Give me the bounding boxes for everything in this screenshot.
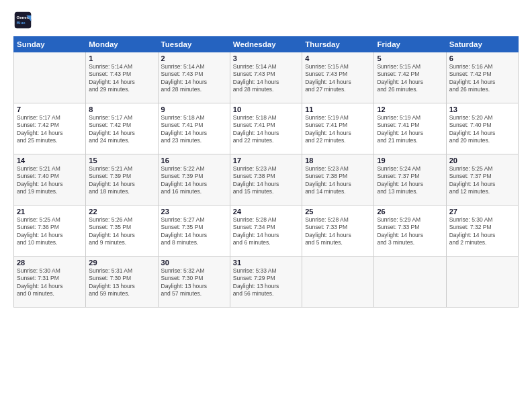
day-number: 11 bbox=[305, 105, 371, 113]
day-header-monday: Monday bbox=[86, 37, 158, 52]
day-number: 13 bbox=[449, 105, 515, 113]
calendar-cell: 29Sunrise: 5:31 AM Sunset: 7:30 PM Dayli… bbox=[86, 257, 158, 308]
cell-info: Sunrise: 5:28 AM Sunset: 7:33 PM Dayligh… bbox=[305, 216, 371, 247]
day-number: 15 bbox=[89, 156, 154, 165]
calendar-cell: 4Sunrise: 5:15 AM Sunset: 7:43 PM Daylig… bbox=[302, 52, 374, 103]
week-row-2: 14Sunrise: 5:21 AM Sunset: 7:40 PM Dayli… bbox=[14, 154, 519, 205]
calendar-cell: 11Sunrise: 5:19 AM Sunset: 7:41 PM Dayli… bbox=[302, 103, 374, 154]
cell-info: Sunrise: 5:14 AM Sunset: 7:43 PM Dayligh… bbox=[161, 63, 227, 94]
cell-info: Sunrise: 5:26 AM Sunset: 7:35 PM Dayligh… bbox=[89, 216, 154, 247]
calendar-cell: 17Sunrise: 5:23 AM Sunset: 7:38 PM Dayli… bbox=[230, 154, 302, 205]
day-number: 17 bbox=[233, 156, 299, 165]
week-row-1: 7Sunrise: 5:17 AM Sunset: 7:42 PM Daylig… bbox=[14, 103, 519, 154]
cell-info: Sunrise: 5:30 AM Sunset: 7:32 PM Dayligh… bbox=[449, 216, 515, 247]
day-header-wednesday: Wednesday bbox=[230, 37, 302, 52]
day-number: 4 bbox=[305, 54, 371, 62]
header: General Blue bbox=[13, 11, 519, 30]
cell-info: Sunrise: 5:23 AM Sunset: 7:38 PM Dayligh… bbox=[233, 165, 299, 196]
calendar-cell: 25Sunrise: 5:28 AM Sunset: 7:33 PM Dayli… bbox=[302, 205, 374, 257]
calendar-cell: 15Sunrise: 5:21 AM Sunset: 7:39 PM Dayli… bbox=[86, 154, 158, 205]
cell-info: Sunrise: 5:21 AM Sunset: 7:40 PM Dayligh… bbox=[17, 165, 83, 196]
calendar-cell: 3Sunrise: 5:14 AM Sunset: 7:43 PM Daylig… bbox=[230, 52, 302, 103]
cell-info: Sunrise: 5:15 AM Sunset: 7:43 PM Dayligh… bbox=[305, 63, 371, 94]
day-number: 20 bbox=[449, 156, 515, 165]
calendar-cell: 18Sunrise: 5:23 AM Sunset: 7:38 PM Dayli… bbox=[302, 154, 374, 205]
cell-info: Sunrise: 5:27 AM Sunset: 7:35 PM Dayligh… bbox=[161, 216, 227, 247]
calendar-cell: 13Sunrise: 5:20 AM Sunset: 7:40 PM Dayli… bbox=[446, 103, 518, 154]
calendar-cell bbox=[302, 257, 374, 308]
cell-info: Sunrise: 5:32 AM Sunset: 7:30 PM Dayligh… bbox=[161, 267, 227, 298]
cell-info: Sunrise: 5:28 AM Sunset: 7:34 PM Dayligh… bbox=[233, 216, 299, 247]
day-number: 9 bbox=[161, 105, 227, 113]
cell-info: Sunrise: 5:33 AM Sunset: 7:29 PM Dayligh… bbox=[233, 267, 299, 298]
cell-info: Sunrise: 5:14 AM Sunset: 7:43 PM Dayligh… bbox=[233, 63, 299, 94]
calendar-cell: 27Sunrise: 5:30 AM Sunset: 7:32 PM Dayli… bbox=[446, 205, 518, 257]
header-row: SundayMondayTuesdayWednesdayThursdayFrid… bbox=[14, 37, 519, 52]
day-number: 26 bbox=[377, 208, 443, 216]
calendar-cell: 24Sunrise: 5:28 AM Sunset: 7:34 PM Dayli… bbox=[230, 205, 302, 257]
day-header-sunday: Sunday bbox=[14, 37, 86, 52]
cell-info: Sunrise: 5:20 AM Sunset: 7:40 PM Dayligh… bbox=[449, 114, 515, 145]
cell-info: Sunrise: 5:14 AM Sunset: 7:43 PM Dayligh… bbox=[89, 63, 154, 94]
calendar-cell: 8Sunrise: 5:17 AM Sunset: 7:42 PM Daylig… bbox=[86, 103, 158, 154]
day-number: 8 bbox=[89, 105, 154, 113]
calendar-cell: 26Sunrise: 5:29 AM Sunset: 7:33 PM Dayli… bbox=[374, 205, 446, 257]
day-number: 12 bbox=[377, 105, 443, 113]
page: General Blue SundayMondayTuesdayWednesda… bbox=[0, 0, 532, 411]
week-row-3: 21Sunrise: 5:25 AM Sunset: 7:36 PM Dayli… bbox=[14, 205, 519, 257]
cell-info: Sunrise: 5:31 AM Sunset: 7:30 PM Dayligh… bbox=[89, 267, 154, 298]
day-number: 30 bbox=[161, 259, 227, 267]
logo: General Blue bbox=[13, 11, 32, 30]
day-header-saturday: Saturday bbox=[446, 37, 518, 52]
day-number: 7 bbox=[17, 105, 83, 113]
day-number: 24 bbox=[233, 208, 299, 216]
day-number: 6 bbox=[449, 54, 515, 62]
svg-text:Blue: Blue bbox=[16, 20, 26, 25]
calendar-cell: 12Sunrise: 5:19 AM Sunset: 7:41 PM Dayli… bbox=[374, 103, 446, 154]
day-number: 18 bbox=[305, 156, 371, 165]
day-number: 16 bbox=[161, 156, 227, 165]
day-number: 2 bbox=[161, 54, 227, 62]
day-number: 27 bbox=[449, 208, 515, 216]
calendar-cell: 22Sunrise: 5:26 AM Sunset: 7:35 PM Dayli… bbox=[86, 205, 158, 257]
day-number: 25 bbox=[305, 208, 371, 216]
cell-info: Sunrise: 5:21 AM Sunset: 7:39 PM Dayligh… bbox=[89, 165, 154, 196]
cell-info: Sunrise: 5:19 AM Sunset: 7:41 PM Dayligh… bbox=[305, 114, 371, 145]
cell-info: Sunrise: 5:19 AM Sunset: 7:41 PM Dayligh… bbox=[377, 114, 443, 145]
calendar-cell: 6Sunrise: 5:16 AM Sunset: 7:42 PM Daylig… bbox=[446, 52, 518, 103]
calendar-cell bbox=[14, 52, 86, 103]
cell-info: Sunrise: 5:17 AM Sunset: 7:42 PM Dayligh… bbox=[17, 114, 83, 145]
calendar-cell: 30Sunrise: 5:32 AM Sunset: 7:30 PM Dayli… bbox=[158, 257, 230, 308]
calendar-cell: 1Sunrise: 5:14 AM Sunset: 7:43 PM Daylig… bbox=[86, 52, 158, 103]
day-number: 19 bbox=[377, 156, 443, 165]
day-number: 31 bbox=[233, 259, 299, 267]
calendar-cell: 23Sunrise: 5:27 AM Sunset: 7:35 PM Dayli… bbox=[158, 205, 230, 257]
day-number: 3 bbox=[233, 54, 299, 62]
day-number: 29 bbox=[89, 259, 154, 267]
day-number: 5 bbox=[377, 54, 443, 62]
calendar-cell: 9Sunrise: 5:18 AM Sunset: 7:41 PM Daylig… bbox=[158, 103, 230, 154]
week-row-4: 28Sunrise: 5:30 AM Sunset: 7:31 PM Dayli… bbox=[14, 257, 519, 308]
calendar-cell: 14Sunrise: 5:21 AM Sunset: 7:40 PM Dayli… bbox=[14, 154, 86, 205]
calendar-cell: 10Sunrise: 5:18 AM Sunset: 7:41 PM Dayli… bbox=[230, 103, 302, 154]
cell-info: Sunrise: 5:23 AM Sunset: 7:38 PM Dayligh… bbox=[305, 165, 371, 196]
calendar-cell: 2Sunrise: 5:14 AM Sunset: 7:43 PM Daylig… bbox=[158, 52, 230, 103]
calendar-cell bbox=[446, 257, 518, 308]
calendar-cell: 28Sunrise: 5:30 AM Sunset: 7:31 PM Dayli… bbox=[14, 257, 86, 308]
calendar-cell bbox=[374, 257, 446, 308]
cell-info: Sunrise: 5:30 AM Sunset: 7:31 PM Dayligh… bbox=[17, 267, 83, 298]
cell-info: Sunrise: 5:18 AM Sunset: 7:41 PM Dayligh… bbox=[161, 114, 227, 145]
cell-info: Sunrise: 5:25 AM Sunset: 7:36 PM Dayligh… bbox=[17, 216, 83, 247]
calendar-cell: 21Sunrise: 5:25 AM Sunset: 7:36 PM Dayli… bbox=[14, 205, 86, 257]
day-number: 21 bbox=[17, 208, 83, 216]
week-row-0: 1Sunrise: 5:14 AM Sunset: 7:43 PM Daylig… bbox=[14, 52, 519, 103]
calendar-cell: 5Sunrise: 5:15 AM Sunset: 7:42 PM Daylig… bbox=[374, 52, 446, 103]
calendar-table: SundayMondayTuesdayWednesdayThursdayFrid… bbox=[13, 36, 519, 308]
cell-info: Sunrise: 5:15 AM Sunset: 7:42 PM Dayligh… bbox=[377, 63, 443, 94]
logo-icon: General Blue bbox=[13, 11, 32, 30]
calendar-cell: 31Sunrise: 5:33 AM Sunset: 7:29 PM Dayli… bbox=[230, 257, 302, 308]
day-header-tuesday: Tuesday bbox=[158, 37, 230, 52]
day-header-thursday: Thursday bbox=[302, 37, 374, 52]
cell-info: Sunrise: 5:22 AM Sunset: 7:39 PM Dayligh… bbox=[161, 165, 227, 196]
cell-info: Sunrise: 5:17 AM Sunset: 7:42 PM Dayligh… bbox=[89, 114, 154, 145]
